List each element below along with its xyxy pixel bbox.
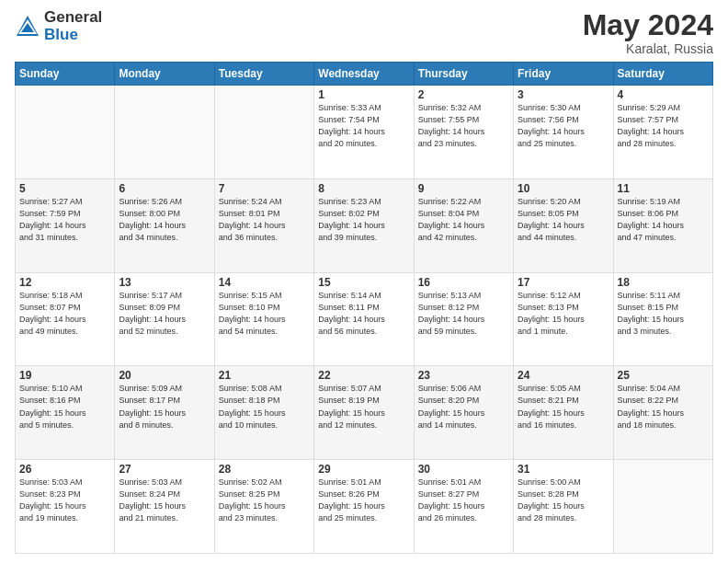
day-info: Sunrise: 5:14 AM Sunset: 8:11 PM Dayligh…	[318, 290, 409, 338]
calendar-cell	[214, 86, 313, 179]
calendar-cell: 25Sunrise: 5:04 AM Sunset: 8:22 PM Dayli…	[613, 366, 712, 460]
calendar-cell: 13Sunrise: 5:17 AM Sunset: 8:09 PM Dayli…	[115, 272, 214, 366]
day-info: Sunrise: 5:02 AM Sunset: 8:25 PM Dayligh…	[219, 477, 310, 524]
calendar-cell: 1Sunrise: 5:33 AM Sunset: 7:54 PM Daylig…	[314, 86, 414, 179]
day-info: Sunrise: 5:09 AM Sunset: 8:17 PM Dayligh…	[119, 383, 210, 431]
day-number: 19	[19, 369, 110, 382]
calendar-cell: 15Sunrise: 5:14 AM Sunset: 8:11 PM Dayli…	[314, 272, 414, 366]
day-number: 21	[219, 369, 310, 382]
day-info: Sunrise: 5:03 AM Sunset: 8:24 PM Dayligh…	[119, 477, 210, 524]
header: General Blue May 2024 Karalat, Russia	[15, 9, 713, 56]
day-info: Sunrise: 5:01 AM Sunset: 8:26 PM Dayligh…	[318, 477, 409, 524]
calendar-cell: 18Sunrise: 5:11 AM Sunset: 8:15 PM Dayli…	[613, 272, 712, 366]
title-block: May 2024 Karalat, Russia	[583, 9, 713, 56]
calendar-cell: 29Sunrise: 5:01 AM Sunset: 8:26 PM Dayli…	[314, 460, 414, 554]
calendar-cell	[16, 86, 115, 179]
col-thursday: Thursday	[414, 63, 513, 86]
day-info: Sunrise: 5:05 AM Sunset: 8:21 PM Dayligh…	[518, 383, 609, 431]
calendar-cell: 26Sunrise: 5:03 AM Sunset: 8:23 PM Dayli…	[16, 460, 115, 554]
calendar-cell: 14Sunrise: 5:15 AM Sunset: 8:10 PM Dayli…	[214, 272, 313, 366]
col-wednesday: Wednesday	[314, 63, 414, 86]
day-number: 8	[318, 182, 409, 195]
day-info: Sunrise: 5:04 AM Sunset: 8:22 PM Dayligh…	[618, 383, 709, 431]
day-info: Sunrise: 5:23 AM Sunset: 8:02 PM Dayligh…	[318, 196, 409, 244]
day-number: 11	[618, 182, 709, 195]
calendar-cell: 31Sunrise: 5:00 AM Sunset: 8:28 PM Dayli…	[514, 460, 613, 554]
day-number: 14	[219, 276, 310, 289]
day-number: 1	[318, 88, 409, 101]
day-info: Sunrise: 5:03 AM Sunset: 8:23 PM Dayligh…	[19, 477, 110, 524]
week-row-5: 26Sunrise: 5:03 AM Sunset: 8:23 PM Dayli…	[16, 460, 713, 554]
day-number: 26	[19, 463, 110, 476]
day-info: Sunrise: 5:26 AM Sunset: 8:00 PM Dayligh…	[119, 196, 210, 244]
day-info: Sunrise: 5:15 AM Sunset: 8:10 PM Dayligh…	[219, 290, 310, 338]
day-info: Sunrise: 5:10 AM Sunset: 8:16 PM Dayligh…	[19, 383, 110, 431]
calendar-table: Sunday Monday Tuesday Wednesday Thursday…	[15, 62, 713, 554]
day-number: 15	[318, 276, 409, 289]
calendar-cell	[613, 460, 712, 554]
day-info: Sunrise: 5:33 AM Sunset: 7:54 PM Dayligh…	[318, 102, 409, 150]
day-number: 28	[219, 463, 310, 476]
calendar-cell: 10Sunrise: 5:20 AM Sunset: 8:05 PM Dayli…	[514, 178, 613, 272]
col-sunday: Sunday	[16, 63, 115, 86]
col-monday: Monday	[115, 63, 214, 86]
calendar-cell: 17Sunrise: 5:12 AM Sunset: 8:13 PM Dayli…	[514, 272, 613, 366]
day-number: 4	[618, 88, 709, 101]
day-number: 5	[19, 182, 110, 195]
day-number: 12	[19, 276, 110, 289]
logo-icon	[15, 14, 40, 40]
logo-blue-text: Blue	[44, 27, 102, 44]
calendar-cell	[115, 86, 214, 179]
day-number: 31	[518, 463, 609, 476]
day-info: Sunrise: 5:13 AM Sunset: 8:12 PM Dayligh…	[418, 290, 509, 338]
logo-general-text: General	[44, 9, 102, 27]
day-number: 16	[418, 276, 509, 289]
day-number: 25	[618, 369, 709, 382]
calendar-header-row: Sunday Monday Tuesday Wednesday Thursday…	[16, 63, 713, 86]
calendar-cell: 30Sunrise: 5:01 AM Sunset: 8:27 PM Dayli…	[414, 460, 513, 554]
week-row-1: 1Sunrise: 5:33 AM Sunset: 7:54 PM Daylig…	[16, 86, 713, 179]
day-info: Sunrise: 5:07 AM Sunset: 8:19 PM Dayligh…	[318, 383, 409, 431]
calendar-cell: 28Sunrise: 5:02 AM Sunset: 8:25 PM Dayli…	[214, 460, 313, 554]
day-info: Sunrise: 5:32 AM Sunset: 7:55 PM Dayligh…	[418, 102, 509, 150]
day-info: Sunrise: 5:18 AM Sunset: 8:07 PM Dayligh…	[19, 290, 110, 338]
calendar-cell: 20Sunrise: 5:09 AM Sunset: 8:17 PM Dayli…	[115, 366, 214, 460]
week-row-2: 5Sunrise: 5:27 AM Sunset: 7:59 PM Daylig…	[16, 178, 713, 272]
day-info: Sunrise: 5:19 AM Sunset: 8:06 PM Dayligh…	[618, 196, 709, 244]
day-info: Sunrise: 5:24 AM Sunset: 8:01 PM Dayligh…	[219, 196, 310, 244]
calendar-cell: 19Sunrise: 5:10 AM Sunset: 8:16 PM Dayli…	[16, 366, 115, 460]
calendar-cell: 16Sunrise: 5:13 AM Sunset: 8:12 PM Dayli…	[414, 272, 513, 366]
day-info: Sunrise: 5:22 AM Sunset: 8:04 PM Dayligh…	[418, 196, 509, 244]
day-number: 9	[418, 182, 509, 195]
day-number: 6	[119, 182, 210, 195]
calendar-cell: 23Sunrise: 5:06 AM Sunset: 8:20 PM Dayli…	[414, 366, 513, 460]
calendar-cell: 24Sunrise: 5:05 AM Sunset: 8:21 PM Dayli…	[514, 366, 613, 460]
calendar-cell: 8Sunrise: 5:23 AM Sunset: 8:02 PM Daylig…	[314, 178, 414, 272]
day-info: Sunrise: 5:11 AM Sunset: 8:15 PM Dayligh…	[618, 290, 709, 338]
day-info: Sunrise: 5:30 AM Sunset: 7:56 PM Dayligh…	[518, 102, 609, 150]
calendar-cell: 9Sunrise: 5:22 AM Sunset: 8:04 PM Daylig…	[414, 178, 513, 272]
day-number: 20	[119, 369, 210, 382]
day-info: Sunrise: 5:06 AM Sunset: 8:20 PM Dayligh…	[418, 383, 509, 431]
week-row-3: 12Sunrise: 5:18 AM Sunset: 8:07 PM Dayli…	[16, 272, 713, 366]
day-number: 30	[418, 463, 509, 476]
logo-text: General Blue	[44, 9, 102, 43]
calendar-cell: 7Sunrise: 5:24 AM Sunset: 8:01 PM Daylig…	[214, 178, 313, 272]
col-saturday: Saturday	[613, 63, 712, 86]
day-info: Sunrise: 5:01 AM Sunset: 8:27 PM Dayligh…	[418, 477, 509, 524]
day-number: 22	[318, 369, 409, 382]
calendar-cell: 6Sunrise: 5:26 AM Sunset: 8:00 PM Daylig…	[115, 178, 214, 272]
calendar-cell: 22Sunrise: 5:07 AM Sunset: 8:19 PM Dayli…	[314, 366, 414, 460]
week-row-4: 19Sunrise: 5:10 AM Sunset: 8:16 PM Dayli…	[16, 366, 713, 460]
day-info: Sunrise: 5:12 AM Sunset: 8:13 PM Dayligh…	[518, 290, 609, 338]
day-number: 24	[518, 369, 609, 382]
page: General Blue May 2024 Karalat, Russia Su…	[0, 0, 728, 563]
col-tuesday: Tuesday	[214, 63, 313, 86]
day-info: Sunrise: 5:00 AM Sunset: 8:28 PM Dayligh…	[518, 477, 609, 524]
calendar-cell: 11Sunrise: 5:19 AM Sunset: 8:06 PM Dayli…	[613, 178, 712, 272]
day-number: 10	[518, 182, 609, 195]
day-number: 2	[418, 88, 509, 101]
calendar-cell: 4Sunrise: 5:29 AM Sunset: 7:57 PM Daylig…	[613, 86, 712, 179]
day-number: 23	[418, 369, 509, 382]
calendar-cell: 27Sunrise: 5:03 AM Sunset: 8:24 PM Dayli…	[115, 460, 214, 554]
